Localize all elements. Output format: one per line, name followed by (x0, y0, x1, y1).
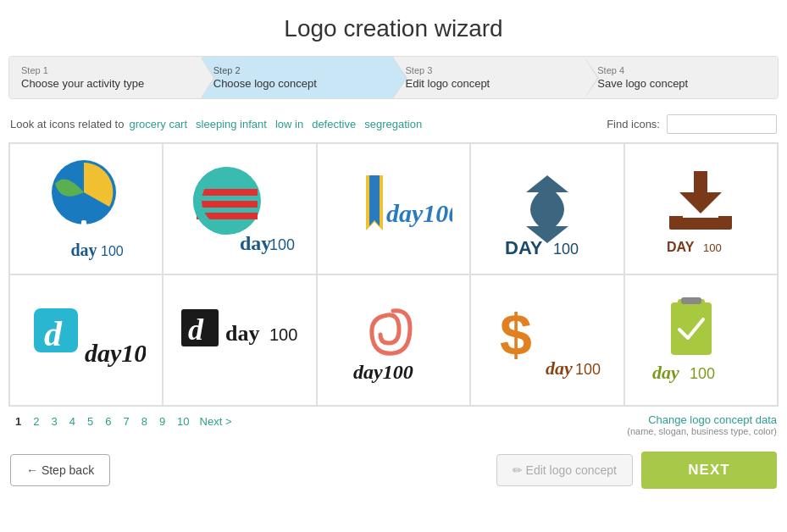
svg-text:d: d (44, 314, 63, 353)
related-link-low-in[interactable]: low in (275, 118, 303, 130)
step-1[interactable]: Step 1 Choose your activity type (9, 57, 202, 98)
bottom-bar: ← Step back ✏ Edit logo concept NEXT (0, 440, 787, 497)
page-4[interactable]: 4 (64, 413, 80, 429)
logo-cell-10[interactable]: day 100 (624, 274, 778, 406)
svg-rect-34 (671, 302, 712, 355)
related-link-defective[interactable]: defective (312, 118, 356, 130)
change-concept-sub: (name, slogan, business type, color) (627, 426, 777, 436)
page-8[interactable]: 8 (136, 413, 152, 429)
svg-text:day100: day100 (386, 199, 452, 227)
step-2[interactable]: Step 2 Choose logo concept (202, 57, 394, 98)
logo-cell-2[interactable]: day 100 (163, 143, 316, 274)
step-1-num: Step 1 (21, 65, 190, 75)
svg-text:100: 100 (553, 241, 579, 256)
logo-cell-7[interactable]: d day 100 (163, 274, 316, 406)
related-link-sleeping-infant[interactable]: sleeping infant (196, 118, 267, 130)
svg-text:DAY: DAY (667, 240, 695, 254)
page-7[interactable]: 7 (118, 413, 134, 429)
svg-text:100: 100 (269, 325, 297, 344)
step-3-num: Step 3 (406, 65, 574, 75)
svg-text:100: 100 (101, 244, 124, 258)
svg-marker-17 (679, 192, 722, 213)
svg-text:100: 100 (690, 365, 715, 382)
change-concept-link[interactable]: Change logo concept data (627, 413, 777, 426)
step-2-num: Step 2 (213, 65, 382, 75)
page-current: 1 (10, 413, 26, 429)
svg-text:d: d (188, 313, 204, 346)
page-next[interactable]: Next > (200, 415, 232, 428)
find-icons-label: Find icons: (607, 118, 660, 130)
logo-cell-1[interactable]: day 100 (9, 143, 163, 274)
svg-rect-1 (81, 220, 86, 236)
related-label: Look at icons related to (10, 118, 124, 130)
step-2-label: Choose logo concept (213, 77, 382, 90)
logo-cell-8[interactable]: day100 (317, 274, 470, 406)
step-4[interactable]: Step 4 Save logo concept (585, 57, 778, 98)
logo-cell-9[interactable]: $ day 100 (470, 274, 624, 406)
logo-cell-4[interactable]: DAY 100 (470, 143, 624, 274)
step-4-label: Save logo concept (597, 77, 766, 90)
svg-text:$: $ (500, 302, 532, 367)
svg-rect-20 (718, 216, 732, 221)
step-1-label: Choose your activity type (21, 77, 190, 90)
page-9[interactable]: 9 (154, 413, 170, 429)
step-3-label: Edit logo concept (406, 77, 574, 90)
related-bar: Look at icons related to grocery cart sl… (0, 111, 787, 142)
find-icons-input[interactable] (667, 114, 777, 134)
svg-text:day100: day100 (353, 361, 413, 383)
svg-text:day: day (225, 321, 259, 346)
logo-cell-6[interactable]: d day100 (9, 274, 163, 406)
svg-rect-5 (197, 189, 258, 196)
logo-cell-3[interactable]: day100 (317, 143, 470, 274)
step-back-button[interactable]: ← Step back (10, 454, 110, 486)
svg-text:DAY: DAY (505, 237, 543, 256)
svg-rect-19 (669, 216, 683, 221)
edit-logo-button[interactable]: ✏ Edit logo concept (496, 454, 633, 486)
svg-text:100: 100 (703, 241, 722, 254)
related-link-grocery-cart[interactable]: grocery cart (129, 118, 187, 130)
change-concept: Change logo concept data (name, slogan, … (627, 413, 777, 436)
svg-text:100: 100 (269, 236, 295, 253)
page-6[interactable]: 6 (100, 413, 116, 429)
step-3[interactable]: Step 3 Edit logo concept (394, 57, 586, 98)
page-5[interactable]: 5 (82, 413, 98, 429)
step-4-num: Step 4 (597, 65, 766, 75)
related-link-segregation[interactable]: segregation (364, 118, 422, 130)
svg-rect-6 (197, 201, 258, 208)
svg-marker-12 (369, 175, 380, 226)
logo-cell-5[interactable]: DAY 100 (624, 143, 778, 274)
steps-bar: Step 1 Choose your activity type Step 2 … (8, 56, 779, 99)
related-links: grocery cart sleeping infant low in defe… (129, 118, 422, 130)
page-2[interactable]: 2 (28, 413, 44, 429)
page-title: Logo creation wizard (0, 0, 787, 56)
svg-text:day100: day100 (85, 339, 146, 367)
page-10[interactable]: 10 (172, 413, 194, 429)
svg-text:day: day (652, 362, 679, 383)
svg-text:day: day (70, 241, 97, 260)
logo-grid: day 100 day 100 day100 (8, 142, 779, 407)
pagination: 1 2 3 4 5 6 7 8 9 10 Next > (10, 413, 232, 429)
svg-text:day: day (546, 357, 573, 379)
find-icons-section: Find icons: (607, 114, 777, 134)
next-button[interactable]: NEXT (641, 452, 777, 489)
page-3[interactable]: 3 (46, 413, 62, 429)
svg-rect-36 (681, 297, 701, 304)
svg-text:100: 100 (575, 361, 601, 378)
svg-text:day: day (240, 232, 271, 254)
